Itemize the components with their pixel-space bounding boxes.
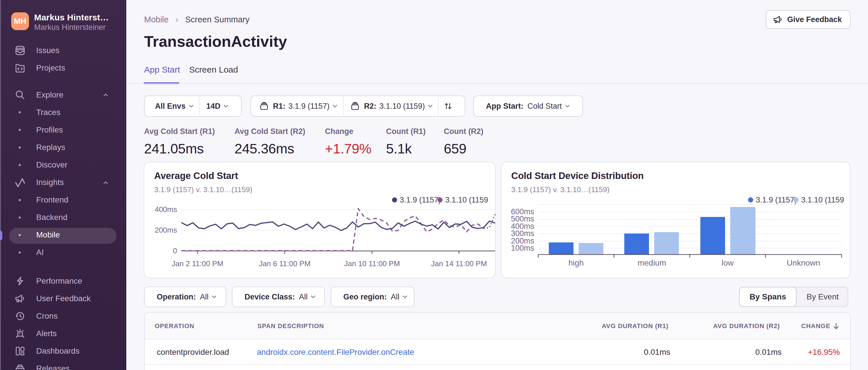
svg-text:400ms: 400ms [155, 205, 177, 214]
svg-text:3.1.10 (1159: 3.1.10 (1159 [445, 196, 488, 204]
svg-text:100ms: 100ms [511, 244, 534, 253]
svg-text:medium: medium [638, 259, 666, 267]
svg-text:0: 0 [173, 246, 177, 255]
svg-text:low: low [722, 259, 734, 267]
svg-text:high: high [569, 259, 584, 267]
svg-text:3.1.9 (1157): 3.1.9 (1157) [400, 196, 441, 204]
svg-text:Unknown: Unknown [787, 259, 820, 267]
svg-text:200ms: 200ms [155, 226, 177, 234]
svg-text:Jan 14 11:00 PM: Jan 14 11:00 PM [431, 259, 487, 268]
svg-text:Jan 10 11:00 PM: Jan 10 11:00 PM [344, 259, 400, 268]
svg-text:3.1.9 (1157): 3.1.9 (1157) [756, 196, 797, 204]
svg-text:3.1.10 (1159: 3.1.10 (1159 [801, 196, 844, 204]
svg-text:Jan 6 11:00 PM: Jan 6 11:00 PM [259, 259, 311, 268]
svg-text:Jan 2 11:00 PM: Jan 2 11:00 PM [172, 259, 223, 268]
